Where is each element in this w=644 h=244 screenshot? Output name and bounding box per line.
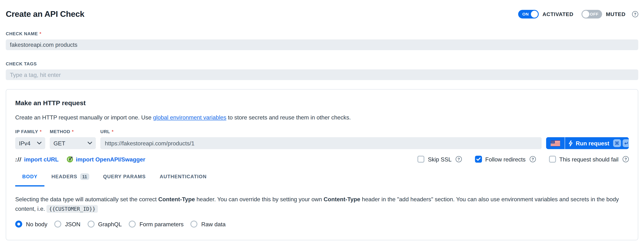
run-request-label: Run request: [576, 140, 610, 146]
check-tags-label: CHECK TAGS: [6, 61, 638, 66]
body-type-options: No body JSON GraphQL Form parameters Raw…: [15, 221, 629, 228]
import-openapi-label: import OpenAPI/Swagger: [76, 156, 145, 163]
import-curl-button[interactable]: :// import cURL: [15, 156, 58, 163]
graphql-label: GraphQL: [98, 221, 122, 227]
header-controls: ON ACTIVATED OFF MUTED ?: [518, 10, 638, 18]
follow-redirects-option: Follow redirects ?: [475, 156, 536, 163]
activated-toggle[interactable]: ON: [518, 10, 539, 18]
help-icon[interactable]: ?: [530, 156, 536, 162]
required-asterisk: *: [72, 129, 74, 134]
description-text: to store secrets and reuse them in other…: [226, 114, 351, 121]
enter-key-icon: ↵: [622, 139, 629, 147]
tab-body-label: BODY: [22, 174, 37, 179]
body-type-no-body[interactable]: No body: [15, 221, 47, 228]
raw-data-radio[interactable]: [190, 221, 198, 228]
check-name-label: CHECK NAME *: [6, 31, 638, 36]
content-type-bold: Content-Type: [324, 196, 360, 203]
tab-body[interactable]: BODY: [15, 173, 44, 187]
request-should-fail-label: This request should fail: [559, 156, 618, 163]
swagger-icon: [67, 156, 73, 163]
tab-headers-label: HEADERS: [52, 174, 77, 179]
check-icon: [476, 157, 481, 161]
request-should-fail-checkbox[interactable]: [549, 156, 556, 163]
help-icon[interactable]: ?: [456, 156, 462, 162]
activated-label: ACTIVATED: [542, 11, 574, 17]
graphql-radio[interactable]: [88, 221, 94, 228]
skip-ssl-label: Skip SSL: [428, 156, 452, 163]
check-tags-input[interactable]: [6, 69, 638, 80]
http-request-card: Make an HTTP request Create an HTTP requ…: [6, 89, 638, 240]
ip-family-label-text: IP FAMILY: [15, 129, 38, 134]
chevron-down-icon: [88, 142, 92, 145]
run-request-area: Run request ⌘ ↵: [546, 129, 629, 149]
shortcut-keys: ⌘ ↵: [613, 139, 629, 147]
method-label: METHOD *: [50, 129, 96, 134]
run-location-segment[interactable]: [546, 137, 565, 149]
body-type-form-parameters[interactable]: Form parameters: [129, 221, 184, 228]
body-type-graphql[interactable]: GraphQL: [88, 221, 122, 228]
tab-headers[interactable]: HEADERS 11: [44, 173, 96, 187]
json-radio[interactable]: [54, 221, 61, 228]
request-tabs: BODY HEADERS 11 QUERY PARAMS AUTHENTICAT…: [15, 173, 629, 187]
raw-data-label: Raw data: [201, 221, 226, 227]
create-api-check-page: Create an API Check ON ACTIVATED OFF MUT…: [0, 0, 644, 240]
description-text: Create an HTTP request manually or impor…: [15, 114, 153, 121]
app-root: Create an API Check ON ACTIVATED OFF MUT…: [0, 0, 644, 244]
method-value: GET: [54, 140, 65, 146]
request-builder-row: IP FAMILY * IPv4 METHOD * GET: [15, 129, 629, 149]
tab-query-params-label: QUERY PARAMS: [103, 174, 146, 179]
ip-family-label: IP FAMILY *: [15, 129, 45, 134]
help-icon[interactable]: ?: [622, 156, 629, 162]
request-should-fail-option: This request should fail ?: [549, 156, 629, 163]
required-asterisk: *: [40, 31, 41, 36]
ip-family-field: IP FAMILY * IPv4: [15, 129, 45, 149]
tab-query-params[interactable]: QUERY PARAMS: [96, 173, 153, 187]
curl-icon: ://: [15, 156, 22, 163]
activated-toggle-state: ON: [522, 10, 529, 18]
customer-id-code-chip: {{CUSTOMER_ID}}: [47, 205, 98, 213]
headers-count-badge: 11: [80, 173, 89, 180]
card-description: Create an HTTP request manually or impor…: [15, 114, 629, 121]
us-flag-icon: [550, 140, 560, 146]
tab-authentication-label: AUTHENTICATION: [160, 174, 206, 179]
command-key-icon: ⌘: [613, 139, 621, 147]
import-openapi-button[interactable]: import OpenAPI/Swagger: [67, 156, 145, 163]
method-label-text: METHOD: [50, 129, 70, 134]
toggle-knob: [582, 10, 589, 17]
muted-label: MUTED: [606, 11, 625, 17]
run-request-button[interactable]: Run request ⌘ ↵: [546, 137, 629, 149]
lightning-bolt-icon: [568, 140, 573, 146]
muted-toggle-state: OFF: [590, 10, 598, 18]
check-name-input[interactable]: [6, 39, 638, 50]
url-input[interactable]: [100, 137, 542, 149]
required-asterisk: *: [40, 129, 42, 134]
tab-authentication[interactable]: AUTHENTICATION: [153, 173, 214, 187]
skip-ssl-checkbox[interactable]: [418, 156, 424, 163]
help-icon[interactable]: ?: [632, 11, 638, 17]
form-parameters-radio[interactable]: [129, 221, 136, 228]
ip-family-value: IPv4: [19, 140, 30, 146]
check-name-label-text: CHECK NAME: [6, 31, 38, 36]
run-main-segment: Run request ⌘ ↵: [565, 137, 629, 149]
method-select[interactable]: GET: [50, 137, 96, 149]
url-field: URL *: [100, 129, 542, 149]
body-type-raw-data[interactable]: Raw data: [190, 221, 226, 228]
follow-redirects-label: Follow redirects: [485, 156, 526, 163]
muted-toggle[interactable]: OFF: [582, 10, 602, 18]
import-curl-label: import cURL: [24, 156, 58, 163]
method-field: METHOD * GET: [50, 129, 96, 149]
body-help-text: Selecting the data type will automatical…: [15, 195, 629, 214]
header-bar: Create an API Check ON ACTIVATED OFF MUT…: [6, 0, 638, 19]
help-text-segment: header. You can override this by setting…: [195, 196, 324, 203]
follow-redirects-checkbox[interactable]: [475, 156, 482, 163]
ip-family-select[interactable]: IPv4: [15, 137, 45, 149]
json-label: JSON: [65, 221, 80, 227]
no-body-label: No body: [26, 221, 47, 227]
body-type-json[interactable]: JSON: [54, 221, 80, 228]
required-asterisk: *: [112, 129, 114, 134]
global-env-variables-link[interactable]: global environment variables: [153, 114, 226, 121]
card-title: Make an HTTP request: [15, 99, 629, 107]
no-body-radio[interactable]: [15, 221, 22, 228]
page-title: Create an API Check: [6, 9, 84, 19]
url-label-text: URL: [100, 129, 110, 134]
